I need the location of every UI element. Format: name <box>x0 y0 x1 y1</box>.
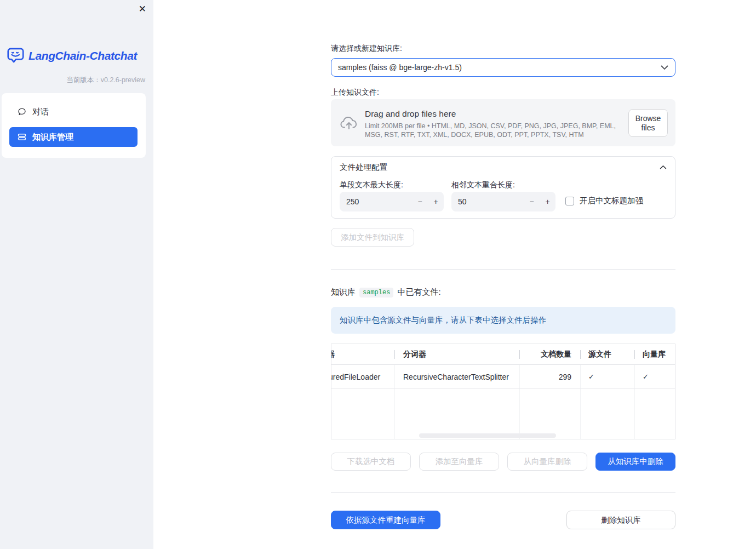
chunk-size-value: 250 <box>340 197 412 206</box>
expander-title: 文件处理配置 <box>340 162 387 173</box>
add-to-vectorstore-button[interactable]: 添加至向量库 <box>419 453 499 471</box>
header-vector-store: 向量库 <box>643 350 666 359</box>
overlap-size-input[interactable]: 50 − + <box>451 192 555 211</box>
kb-select-label: 请选择或新建知识库: <box>331 44 402 54</box>
close-sidebar-button[interactable]: ✕ <box>139 3 146 15</box>
logo-chat-smiley-icon <box>7 47 25 65</box>
cell-doc-count: 299 <box>559 373 571 381</box>
header-source-file: 源文件 <box>588 350 611 359</box>
sidebar-item-chat[interactable]: 对话 <box>9 102 138 122</box>
delete-from-kb-button[interactable]: 从知识库中删除 <box>595 453 675 471</box>
dropzone-title: Drag and drop files here <box>365 109 456 119</box>
close-icon: ✕ <box>139 4 146 14</box>
plus-button[interactable]: + <box>428 197 444 206</box>
minus-button[interactable]: − <box>524 197 540 206</box>
info-text: 知识库中包含源文件与向量库，请从下表中选择文件后操作 <box>340 315 546 325</box>
file-actions-row: 下载选中文档 添加至向量库 从向量库删除 从知识库中删除 <box>331 453 675 471</box>
file-dropzone[interactable]: Drag and drop files here Limit 200MB per… <box>331 99 675 146</box>
divider <box>331 492 675 493</box>
stacked-bars-icon <box>18 133 26 141</box>
divider <box>331 269 675 270</box>
kb-files-table[interactable]: 器 分词器 文档数量 源文件 向量库 uredFileLoader Recurs… <box>331 344 675 439</box>
cell-loader: uredFileLoader <box>331 373 380 381</box>
check-icon: ✓ <box>643 373 649 381</box>
dropzone-limit-text: Limit 200MB per file • HTML, MD, JSON, C… <box>365 122 626 139</box>
sidebar-menu: 对话 知识库管理 <box>2 93 146 158</box>
horizontal-scrollbar-thumb[interactable] <box>419 433 556 438</box>
content-column: 请选择或新建知识库: samples (faiss @ bge-large-zh… <box>331 0 675 549</box>
app-logo: LangChain-Chatchat <box>7 47 137 65</box>
kb-select-value: samples (faiss @ bge-large-zh-v1.5) <box>338 63 462 72</box>
upload-label: 上传知识文件: <box>331 88 379 98</box>
kb-files-prefix: 知识库 <box>331 287 356 298</box>
delete-from-vectorstore-button[interactable]: 从向量库删除 <box>507 453 587 471</box>
kb-files-suffix: 中已有文件: <box>397 287 440 298</box>
logo-text: LangChain-Chatchat <box>28 49 137 62</box>
cell-splitter: RecursiveCharacterTextSplitter <box>403 373 509 381</box>
sidebar-item-label: 对话 <box>32 107 49 117</box>
plus-button[interactable]: + <box>540 197 555 206</box>
chat-bubble-icon <box>18 107 26 116</box>
overlap-size-label: 相邻文本重合长度: <box>451 180 515 190</box>
file-config-expander: 文件处理配置 单段文本最大长度: 相邻文本重合长度: 250 − + 50 − … <box>331 156 675 219</box>
zh-title-enhance-label: 开启中文标题加强 <box>580 196 643 206</box>
version-label: 当前版本： <box>66 76 101 84</box>
chunk-size-label: 单段文本最大长度: <box>340 180 403 190</box>
sidebar-item-kb-management[interactable]: 知识库管理 <box>9 127 138 147</box>
kb-select[interactable]: samples (faiss @ bge-large-zh-v1.5) <box>331 58 675 77</box>
rebuild-vectorstore-button[interactable]: 依据源文件重建向量库 <box>331 511 440 529</box>
chevron-down-icon <box>661 65 668 70</box>
expander-header[interactable]: 文件处理配置 <box>331 157 675 178</box>
sidebar-item-label: 知识库管理 <box>32 132 73 142</box>
table-header-row: 器 分词器 文档数量 源文件 向量库 <box>331 344 675 365</box>
app-root: ✕ LangChain-Chatchat 当前版本：v0.2.6-preview… <box>0 0 756 549</box>
cloud-upload-icon <box>340 115 358 131</box>
header-splitter: 分词器 <box>403 350 426 359</box>
chunk-size-input[interactable]: 250 − + <box>340 192 444 211</box>
check-icon: ✓ <box>588 373 594 381</box>
add-files-to-kb-button[interactable]: 添加文件到知识库 <box>331 228 414 247</box>
minus-button[interactable]: − <box>412 197 428 206</box>
info-banner: 知识库中包含源文件与向量库，请从下表中选择文件后操作 <box>331 307 675 334</box>
table-row[interactable]: uredFileLoader RecursiveCharacterTextSpl… <box>331 365 675 389</box>
zh-title-enhance-row: 开启中文标题加强 <box>565 196 643 206</box>
version-text: 当前版本：v0.2.6-preview <box>66 76 145 85</box>
delete-kb-button[interactable]: 删除知识库 <box>566 511 675 529</box>
browse-files-button[interactable]: Browse files <box>628 109 668 137</box>
download-selected-button[interactable]: 下载选中文档 <box>331 453 411 471</box>
kb-name-code: samples <box>359 288 393 298</box>
zh-title-enhance-checkbox[interactable] <box>565 197 574 205</box>
header-doc-count: 文档数量 <box>541 350 571 359</box>
chevron-up-icon <box>660 165 667 169</box>
version-value: v0.2.6-preview <box>101 76 145 84</box>
overlap-size-value: 50 <box>451 197 524 206</box>
kb-files-heading: 知识库 samples 中已有文件: <box>331 287 441 298</box>
sidebar: ✕ LangChain-Chatchat 当前版本：v0.2.6-preview… <box>0 0 153 549</box>
header-loader: 器 <box>331 350 335 359</box>
